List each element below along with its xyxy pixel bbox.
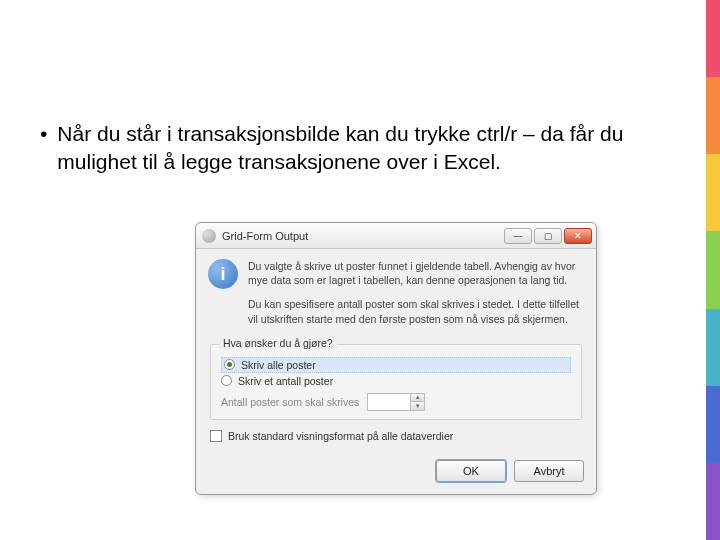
radio-some-label: Skriv et antall poster (238, 375, 333, 387)
radio-icon (224, 359, 235, 370)
dialog-window: Grid-Form Output — ▢ ✕ i Du valgte å skr… (195, 222, 597, 495)
maximize-button[interactable]: ▢ (534, 228, 562, 244)
checkbox-icon (210, 430, 222, 442)
dialog-body: i Du valgte å skrive ut poster funnet i … (196, 249, 596, 330)
titlebar[interactable]: Grid-Form Output — ▢ ✕ (196, 223, 596, 249)
dialog-message-2: Du kan spesifisere antall poster som ska… (248, 297, 584, 325)
format-checkbox-row[interactable]: Bruk standard visningsformat på alle dat… (210, 430, 582, 442)
radio-all-label: Skriv alle poster (241, 359, 316, 371)
bullet-dot-icon: • (40, 120, 47, 177)
dialog-message: Du valgte å skrive ut poster funnet i gj… (248, 259, 584, 326)
slide: • Når du står i transaksjonsbilde kan du… (0, 0, 720, 540)
group-legend: Hva ønsker du å gjøre? (219, 337, 337, 349)
dialog-message-1: Du valgte å skrive ut poster funnet i gj… (248, 259, 584, 287)
radio-icon (221, 375, 232, 386)
info-icon: i (208, 259, 238, 289)
minimize-button[interactable]: — (504, 228, 532, 244)
ok-label: OK (463, 465, 479, 477)
dialog-lower: Hva ønsker du å gjøre? Skriv alle poster… (196, 330, 596, 452)
radio-all-posts[interactable]: Skriv alle poster (221, 357, 571, 373)
radio-some-posts[interactable]: Skriv et antall poster (221, 375, 571, 387)
dialog-title: Grid-Form Output (222, 230, 504, 242)
ok-button[interactable]: OK (436, 460, 506, 482)
spinner-down-icon[interactable]: ▼ (410, 401, 424, 410)
window-buttons: — ▢ ✕ (504, 228, 592, 244)
close-button[interactable]: ✕ (564, 228, 592, 244)
count-spinner[interactable]: ▲ ▼ (367, 393, 425, 411)
cancel-label: Avbryt (534, 465, 565, 477)
count-input[interactable] (368, 394, 410, 410)
bullet-item: • Når du står i transaksjonsbilde kan du… (40, 120, 660, 177)
count-label: Antall poster som skal skrives (221, 396, 359, 408)
spinner-up-icon[interactable]: ▲ (410, 394, 424, 402)
dialog-footer: OK Avbryt (196, 452, 596, 494)
cancel-button[interactable]: Avbryt (514, 460, 584, 482)
count-row: Antall poster som skal skrives ▲ ▼ (221, 393, 571, 411)
spinner-buttons: ▲ ▼ (410, 394, 424, 410)
options-group: Hva ønsker du å gjøre? Skriv alle poster… (210, 344, 582, 420)
decorative-stripe (706, 0, 720, 540)
checkbox-label: Bruk standard visningsformat på alle dat… (228, 430, 453, 442)
bullet-text: Når du står i transaksjonsbilde kan du t… (57, 120, 660, 177)
bullet-area: • Når du står i transaksjonsbilde kan du… (40, 120, 660, 177)
app-icon (202, 229, 216, 243)
